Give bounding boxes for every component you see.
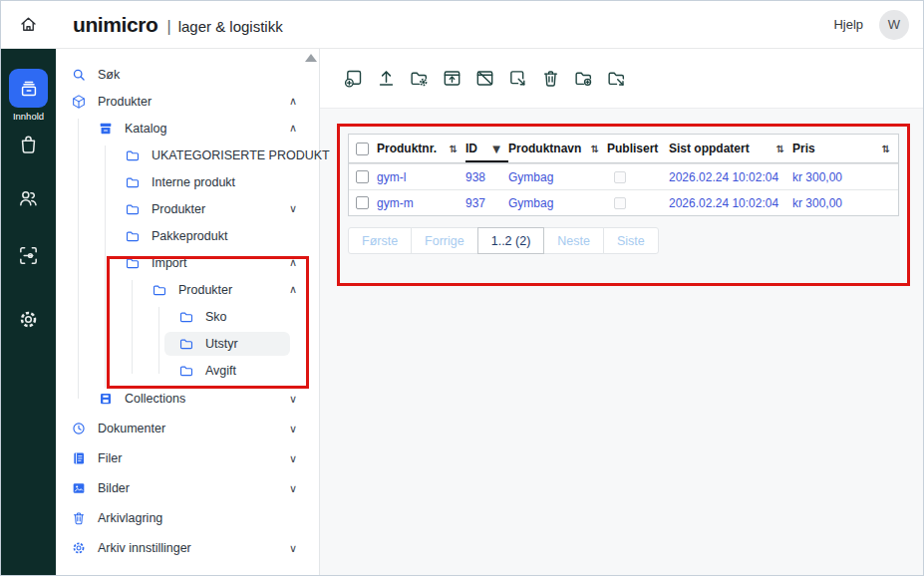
tree-item-utstyr[interactable]: Utstyr <box>56 330 319 357</box>
tree-item-interne-produkt[interactable]: Interne produkt <box>56 168 319 195</box>
pagination-first-button[interactable]: Første <box>348 227 412 254</box>
toolbar <box>320 49 924 109</box>
tree-item-sok[interactable]: Søk <box>56 61 319 88</box>
collections-icon <box>98 391 114 407</box>
column-header-produktnavn[interactable]: Produktnavn ⇅ <box>508 135 607 162</box>
column-header-publisert: Publisert <box>607 135 669 162</box>
chevron-up-icon[interactable]: ∧ <box>289 256 297 269</box>
cell-sist-oppdatert[interactable]: 2026.02.24 10:02:04 <box>669 170 792 184</box>
pagination-current-page: 1..2 (2) <box>477 227 545 254</box>
tree-item-import-produkter[interactable]: Produkter ∧ <box>56 276 319 303</box>
trash-icon <box>540 68 561 89</box>
column-header-produktnr[interactable]: Produktnr. ⇅ <box>377 135 465 162</box>
cell-produktnr[interactable]: gym-m <box>377 196 465 210</box>
tree-item-produkter-folder[interactable]: Produkter ∨ <box>56 195 319 222</box>
logo-separator: | <box>166 18 170 36</box>
row-checkbox[interactable] <box>356 170 369 183</box>
row-checkbox[interactable] <box>356 196 369 209</box>
tree-item-filer[interactable]: Filer ∨ <box>56 443 319 473</box>
folder-icon <box>125 174 141 190</box>
sort-icon[interactable]: ⇅ <box>882 144 890 154</box>
cell-sist-oppdatert[interactable]: 2026.02.24 10:02:04 <box>669 196 792 210</box>
tree-item-dokumenter[interactable]: Dokumenter ∨ <box>56 414 319 443</box>
chevron-down-icon[interactable]: ∨ <box>289 423 297 435</box>
shopping-bag-icon <box>17 133 40 155</box>
cell-produktnr[interactable]: gym-l <box>377 170 465 184</box>
clock-icon <box>71 421 87 436</box>
tree-item-bilder[interactable]: Bilder ∨ <box>56 473 319 503</box>
folder-icon <box>125 228 141 244</box>
brand-logo: unimicro | lager & logistikk <box>73 13 283 37</box>
help-link[interactable]: Hjelp <box>833 17 863 32</box>
move-out-button[interactable] <box>503 66 532 91</box>
sidebar-item-customers[interactable] <box>1 186 56 209</box>
tree-item-collections[interactable]: Collections ∨ <box>56 384 319 414</box>
chevron-down-icon[interactable]: ∨ <box>289 393 297 406</box>
chevron-up-icon[interactable]: ∧ <box>289 95 297 108</box>
publish-button[interactable] <box>438 66 466 91</box>
tree-item-import[interactable]: Import ∧ <box>56 249 319 276</box>
sidebar-item-shop[interactable] <box>1 133 56 155</box>
tree-item-pakkeprodukt[interactable]: Pakkeprodukt <box>56 222 319 249</box>
cell-id[interactable]: 938 <box>465 170 508 184</box>
folder-plus-icon <box>573 68 594 89</box>
tree-item-ukategoriserte-produkt[interactable]: UKATEGORISERTE PRODUKT <box>56 142 319 168</box>
tree-item-katalog[interactable]: Katalog ∧ <box>56 115 319 142</box>
folder-icon <box>178 336 194 352</box>
sort-icon[interactable]: ⇅ <box>776 144 784 154</box>
sidebar-item-innhold[interactable] <box>9 69 48 108</box>
move-to-folder-button[interactable] <box>602 66 631 91</box>
new-item-button[interactable] <box>339 66 368 91</box>
delete-button[interactable] <box>536 66 565 91</box>
pagination-prev-button[interactable]: Forrige <box>411 227 478 254</box>
home-button[interactable] <box>1 14 56 35</box>
cell-pris[interactable]: kr 300,00 <box>792 196 898 210</box>
pagination-next-button[interactable]: Neste <box>543 227 604 254</box>
chevron-down-icon[interactable]: ∨ <box>289 452 297 465</box>
unpublish-button[interactable] <box>470 66 499 91</box>
topbar: unimicro | lager & logistikk Hjelp W <box>1 1 923 49</box>
folder-icon <box>178 309 194 325</box>
chevron-down-icon[interactable]: ∨ <box>289 482 297 495</box>
column-header-id[interactable]: ID ▼ <box>465 135 508 162</box>
window-up-icon <box>442 68 462 89</box>
tree-item-avgift[interactable]: Avgift <box>56 357 319 384</box>
sort-icon[interactable]: ⇅ <box>591 144 599 154</box>
cell-pris[interactable]: kr 300,00 <box>792 170 898 184</box>
avatar[interactable]: W <box>879 10 909 40</box>
tree-item-sko[interactable]: Sko <box>56 303 319 330</box>
upload-icon <box>376 68 397 89</box>
select-all-checkbox[interactable] <box>356 143 369 155</box>
add-folder-button[interactable] <box>569 66 598 91</box>
notebook-icon <box>71 450 87 466</box>
home-icon <box>18 14 39 35</box>
cell-produktnavn[interactable]: Gymbag <box>508 170 607 184</box>
sidebar-item-integrations[interactable] <box>1 244 56 267</box>
folder-arrow-icon <box>606 68 627 89</box>
window-slash-icon <box>474 68 495 89</box>
table-row: gym-m 937 Gymbag 2026.02.24 10:02:04 kr … <box>349 189 898 215</box>
chevron-up-icon[interactable]: ∧ <box>289 283 297 296</box>
search-icon <box>71 67 87 83</box>
tree-item-produkter[interactable]: Produkter ∧ <box>56 88 319 115</box>
column-header-sist-oppdatert[interactable]: Sist oppdatert ⇅ <box>669 135 792 162</box>
new-item-icon <box>343 68 364 89</box>
sidebar-item-settings[interactable] <box>1 308 56 331</box>
chevron-up-icon[interactable]: ∧ <box>289 122 297 135</box>
chevron-down-icon[interactable]: ∨ <box>289 542 297 555</box>
sort-desc-icon[interactable]: ▼ <box>492 144 500 154</box>
column-header-pris[interactable]: Pris ⇅ <box>792 135 898 162</box>
tree-item-arkivlagring[interactable]: Arkivlagring <box>56 503 319 533</box>
publisert-checkbox <box>614 171 626 183</box>
gear-icon <box>17 308 40 331</box>
sort-icon[interactable]: ⇅ <box>450 144 458 154</box>
tree-item-arkiv-innstillinger[interactable]: Arkiv innstillinger ∨ <box>56 533 319 563</box>
chevron-down-icon[interactable]: ∨ <box>289 202 297 215</box>
pagination-last-button[interactable]: Siste <box>603 227 659 254</box>
folder-settings-button[interactable] <box>405 66 434 91</box>
cell-id[interactable]: 937 <box>465 196 508 210</box>
tree-panel: Søk Produkter ∧ Katalog ∧ UKATEGORISERTE… <box>56 49 320 576</box>
upload-button[interactable] <box>372 66 401 91</box>
cell-produktnavn[interactable]: Gymbag <box>508 196 607 210</box>
folder-icon <box>125 201 141 217</box>
